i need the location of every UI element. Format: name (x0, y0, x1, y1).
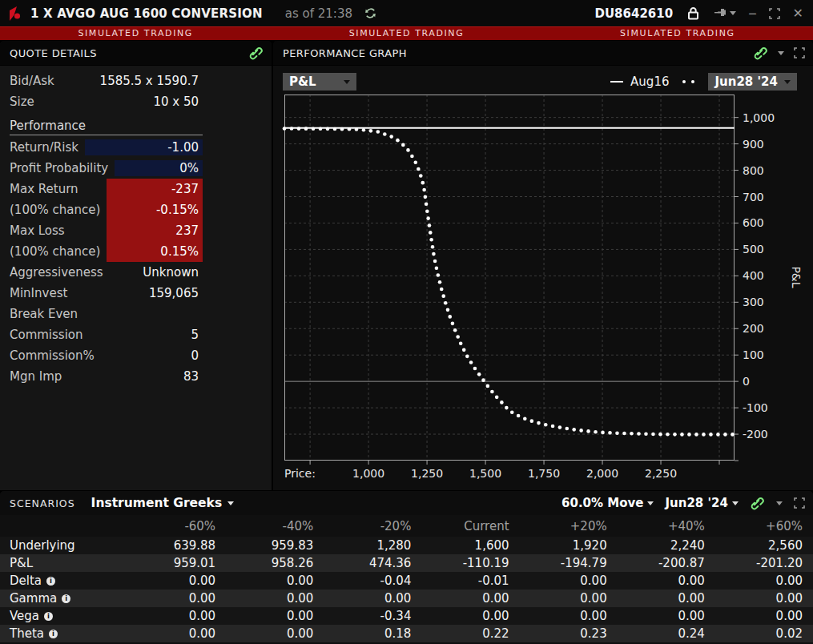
quote-row-value: Unknown (110, 264, 203, 280)
scenarios-row-pl: P&L959.01958.26474.36-110.19-194.79-200.… (0, 554, 813, 572)
quote-row-value: 10 x 50 (41, 94, 203, 110)
scenarios-header-cell: Current (421, 519, 519, 533)
quote-row-label: Max Return(100% chance) (10, 179, 100, 220)
info-icon[interactable]: i (46, 577, 55, 586)
quote-row: Commission%0 (0, 345, 272, 366)
scenarios-value-cell: -0.34 (324, 609, 421, 623)
scenarios-value-cell: 0.00 (618, 591, 715, 606)
link-icon[interactable] (248, 46, 264, 61)
quote-row: Max Return(100% chance)-237-0.15% (0, 179, 272, 220)
scenarios-row-theta: Thetai0.000.000.180.220.230.240.02 (0, 625, 813, 642)
scenarios-value-cell: -110.19 (421, 556, 519, 570)
info-icon[interactable]: i (44, 612, 53, 621)
scenarios-value-cell: 959.01 (128, 556, 226, 570)
svg-text:0: 0 (743, 375, 750, 388)
lock-icon[interactable] (686, 6, 701, 21)
quote-row-label: Size (10, 95, 34, 109)
minimize-icon[interactable]: ─ (749, 8, 755, 19)
scenarios-header-cell: +40% (618, 519, 715, 533)
instrument-greeks-dropdown[interactable]: Instrument Greeks (91, 496, 235, 510)
scenarios-value-cell: 0.00 (618, 609, 715, 623)
svg-text:Price:: Price: (284, 467, 316, 480)
quote-details-title: QUOTE DETAILS (10, 47, 97, 59)
scenarios-value-cell: 0.22 (421, 626, 519, 641)
maximize-icon[interactable] (769, 8, 780, 19)
quote-row-value: 159,065 (74, 285, 203, 301)
dropdown-caret-icon (732, 501, 739, 505)
scenarios-value-cell: 0.18 (324, 626, 421, 641)
graph-date-dropdown[interactable]: Jun28 '24 (708, 73, 797, 91)
close-icon[interactable]: ✕ (793, 8, 803, 19)
scenarios-value-cell: 959.83 (226, 538, 324, 553)
scenarios-value-cell: 0.00 (421, 609, 519, 623)
scenarios-value-cell: 958.26 (226, 556, 324, 570)
performance-graph-panel: PERFORMANCE GRAPH P&L Aug16 Jun28 '24 1,… (273, 41, 813, 490)
svg-text:2,000: 2,000 (586, 467, 618, 480)
quote-row-label: Aggressiveness (10, 265, 103, 280)
svg-text:1,500: 1,500 (469, 467, 501, 480)
move-percent-dropdown[interactable]: 60.0% Move (561, 496, 654, 510)
svg-text:400: 400 (743, 269, 764, 282)
scenario-date-dropdown[interactable]: Jun28 '24 (665, 496, 739, 510)
svg-text:P&L: P&L (790, 266, 803, 288)
scenarios-table: -60%-40%-20%Current+20%+40%+60%Underlyin… (0, 515, 813, 642)
scenarios-header-cell: -40% (226, 519, 324, 533)
link-icon[interactable] (750, 496, 765, 511)
expand-icon[interactable] (794, 47, 805, 58)
quote-row: Mgn Imp83 (0, 366, 272, 387)
scenarios-row-label: Thetai (0, 626, 128, 641)
quote-row-label: Profit Probability (10, 161, 108, 175)
chart-legend: Aug16 Jun28 '24 (610, 73, 797, 91)
quote-row: Bid/Ask1585.5 x 1590.7 (0, 70, 272, 91)
scenarios-value-cell: 0.00 (715, 574, 813, 588)
quote-row: Return/Risk-1.00 (0, 137, 272, 158)
scenarios-row-label: Underlying (0, 538, 128, 553)
svg-text:200: 200 (743, 322, 764, 335)
refresh-icon[interactable] (364, 6, 377, 20)
quote-section-header: Performance (10, 115, 203, 135)
quote-row-label: Max Loss(100% chance) (10, 220, 100, 262)
quote-row-value: 1585.5 x 1590.7 (61, 73, 203, 89)
dropdown-caret-icon (227, 501, 234, 505)
link-icon[interactable] (753, 46, 768, 61)
simulated-trading-banner: SIMULATED TRADING SIMULATED TRADING SIMU… (0, 26, 813, 40)
scenarios-row-vega: Vegai0.000.00-0.340.000.000.000.00 (0, 607, 813, 625)
svg-text:1,000: 1,000 (743, 111, 775, 124)
panel-menu-caret-icon[interactable] (776, 501, 783, 505)
svg-text:300: 300 (743, 296, 764, 308)
scenarios-value-cell: 0.00 (715, 591, 813, 606)
pnl-chart[interactable]: 1,0001,2501,5001,7502,0002,250Price:1,00… (273, 95, 813, 490)
scenarios-row-delta: Deltai0.000.00-0.04-0.010.000.000.00 (0, 572, 813, 590)
svg-text:900: 900 (743, 138, 764, 151)
scenarios-value-cell: 0.00 (226, 574, 324, 588)
simulated-trading-label: SIMULATED TRADING (0, 27, 271, 40)
scenarios-value-cell: 0.00 (520, 591, 618, 606)
scenarios-value-cell: 1,600 (421, 538, 519, 553)
expand-icon[interactable] (794, 497, 805, 509)
scenarios-value-cell: 474.36 (324, 556, 421, 570)
scenarios-row-gamma: Gammai0.000.000.000.000.000.000.00 (0, 590, 813, 607)
title-bar: 1 X AVGO AUG 1600 CONVERSION as of 21:38… (0, 0, 813, 26)
quote-row: MinInvest159,065 (0, 283, 272, 304)
plot-type-dropdown[interactable]: P&L (283, 73, 356, 91)
scenarios-value-cell: 0.00 (226, 591, 324, 606)
svg-text:1,000: 1,000 (352, 467, 384, 480)
panel-menu-caret-icon[interactable] (778, 51, 784, 55)
scenarios-panel: SCENARIOS Instrument Greeks 60.0% Move J… (0, 491, 813, 644)
scenarios-title: SCENARIOS (10, 497, 75, 509)
scenarios-value-cell: 1,280 (324, 538, 421, 553)
info-icon[interactable]: i (49, 630, 58, 638)
quote-row-label: Break Even (10, 307, 78, 321)
scenarios-value-cell: -194.79 (520, 556, 618, 570)
pin-window-control[interactable] (714, 7, 736, 19)
quote-row-label: Commission% (10, 348, 95, 363)
svg-text:-100: -100 (743, 401, 768, 414)
svg-text:1,250: 1,250 (411, 467, 443, 480)
info-icon[interactable]: i (62, 594, 70, 603)
scenarios-value-cell: 1,920 (520, 538, 618, 553)
scenarios-row-label: P&L (0, 556, 128, 570)
svg-text:500: 500 (743, 243, 764, 256)
quote-row-label: MinInvest (10, 286, 67, 300)
expiry-series-label: Aug16 (630, 74, 669, 89)
quote-row-value: 0% (115, 160, 203, 176)
